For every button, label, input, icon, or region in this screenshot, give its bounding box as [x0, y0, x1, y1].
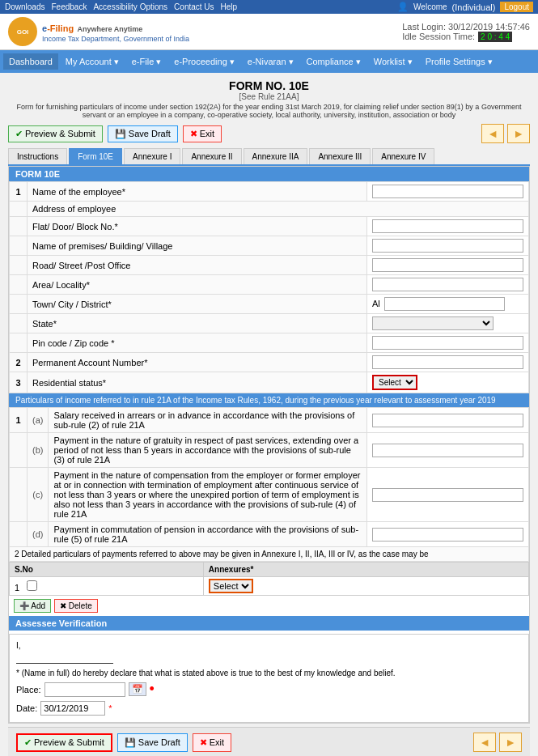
address-label: Address of employee — [28, 202, 529, 217]
nav-worklist[interactable]: Worklist ▾ — [368, 53, 418, 70]
form-tabs: Instructions Form 10E Annexure I Annexur… — [8, 148, 530, 166]
name-input-cell — [367, 182, 529, 202]
top-bar: Downloads Feedback Accessibility Options… — [0, 0, 538, 14]
logo-filing: -Filing — [47, 23, 74, 33]
table-row: 1 Name of the employee* — [10, 182, 529, 202]
row-number-flat — [10, 217, 28, 236]
flat-input[interactable] — [372, 219, 523, 233]
place-input[interactable] — [44, 682, 125, 697]
prev-button-bottom[interactable]: ◄ — [473, 733, 496, 752]
delete-button[interactable]: ✖ Delete — [54, 599, 98, 613]
tab-annexure2a[interactable]: Annexure IIA — [244, 148, 308, 164]
accessibility-link[interactable]: Accessibility Options — [93, 2, 167, 11]
name-label: Name of the employee* — [28, 182, 367, 202]
road-label: Road/ Street /Post Office — [28, 256, 367, 275]
date-input[interactable] — [40, 701, 105, 716]
area-input[interactable] — [372, 278, 523, 291]
nav-efile[interactable]: e-File ▾ — [126, 53, 167, 70]
annexure-select[interactable]: Select — [209, 579, 253, 593]
row1d-input[interactable] — [372, 528, 523, 542]
nav-compliance[interactable]: Compliance ▾ — [301, 53, 366, 70]
town-label: Town/ City / District* — [28, 295, 367, 314]
nav-myaccount[interactable]: My Account ▾ — [60, 53, 125, 70]
town-input[interactable] — [384, 297, 506, 311]
exit-icon: ✖ — [190, 129, 197, 139]
nav-profile[interactable]: Profile Settings ▾ — [420, 53, 498, 70]
row-num-1c — [10, 468, 28, 522]
form-header: FORM NO. 10E [See Rule 21AA] Form for fu… — [8, 79, 530, 119]
exit-icon-bottom: ✖ — [200, 737, 207, 748]
help-link[interactable]: Help — [221, 2, 238, 11]
premises-input[interactable] — [372, 239, 523, 253]
pincode-input[interactable] — [372, 336, 523, 350]
row1d-label: Payment in commutation of pension in acc… — [49, 522, 367, 547]
table-row: (d) Payment in commutation of pension in… — [10, 522, 529, 547]
nav-eproceeding[interactable]: e-Proceeding ▾ — [168, 53, 240, 70]
declare-text: * (Name in full) do hereby declare that … — [16, 669, 522, 677]
tab-annexure2[interactable]: Annexure II — [182, 148, 241, 164]
save-draft-button-bottom[interactable]: 💾 Save Draft — [117, 733, 188, 752]
logo-dept: Income Tax Department, Government of Ind… — [42, 35, 189, 43]
tab-annexure4[interactable]: Annexure IV — [372, 148, 434, 164]
logout-button[interactable]: Logout — [500, 2, 533, 12]
residential-select[interactable]: Select — [372, 375, 417, 390]
contact-link[interactable]: Contact Us — [174, 2, 214, 11]
form-title: FORM NO. 10E — [8, 79, 530, 92]
row1a-input[interactable] — [372, 414, 523, 427]
pan-input[interactable] — [372, 355, 523, 369]
state-select[interactable] — [372, 316, 494, 330]
logo-tagline: Anywhere Anytime — [78, 25, 143, 33]
annexure-table: S.No Annexures* 1 Select — [9, 562, 529, 596]
prev-button-top[interactable]: ◄ — [481, 124, 504, 143]
calendar-button[interactable]: 📅 — [129, 682, 146, 696]
exit-button-bottom[interactable]: ✖ Exit — [193, 733, 231, 752]
session-timer: 2 0 : 4 4 — [478, 32, 512, 42]
row1c-input[interactable] — [372, 488, 523, 502]
row-number-pin — [10, 333, 28, 353]
top-bar-links: Downloads Feedback Accessibility Options… — [5, 2, 237, 11]
road-input[interactable] — [372, 258, 523, 272]
tab-annexure3[interactable]: Annexure III — [309, 148, 371, 164]
bottom-buttons-left: ✔ Preview & Submit 💾 Save Draft ✖ Exit — [16, 733, 231, 752]
name-input[interactable] — [372, 185, 523, 198]
user-type: (Individual) — [452, 2, 496, 12]
exit-button-top[interactable]: ✖ Exit — [183, 125, 222, 142]
road-input-cell — [367, 256, 529, 275]
town-input-cell: Al — [367, 295, 529, 314]
town-prefix: Al — [372, 299, 380, 308]
name-full-input[interactable] — [16, 652, 113, 664]
flat-label: Flat/ Door/ Block No.* — [28, 217, 367, 236]
next-button-bottom[interactable]: ► — [499, 733, 522, 752]
row1b-input[interactable] — [372, 444, 523, 457]
row1c-input-cell — [367, 468, 529, 522]
verification-section: I, * (Name in full) do hereby declare th… — [9, 634, 529, 723]
feedback-link[interactable]: Feedback — [51, 2, 87, 11]
tab-instructions[interactable]: Instructions — [8, 148, 67, 164]
action-buttons-top: ✔ Preview & Submit 💾 Save Draft ✖ Exit ◄… — [8, 124, 530, 143]
tab-form10e[interactable]: Form 10E — [69, 148, 122, 164]
row-number-pan: 2 — [10, 353, 28, 372]
add-button[interactable]: ➕ Add — [14, 599, 51, 613]
table-row: 3 Residential status* Select — [10, 372, 529, 393]
premises-label: Name of premises/ Building/ Village — [28, 236, 367, 256]
row-number-town — [10, 295, 28, 314]
save-draft-button-top[interactable]: 💾 Save Draft — [108, 125, 178, 142]
add-delete-buttons: ➕ Add ✖ Delete — [9, 596, 529, 616]
area-label: Area/ Locality* — [28, 275, 367, 295]
preview-submit-button-top[interactable]: ✔ Preview & Submit — [8, 125, 103, 142]
preview-submit-button-bottom[interactable]: ✔ Preview & Submit — [16, 733, 112, 752]
next-button-top[interactable]: ► — [507, 124, 530, 143]
nav-enivaran[interactable]: e-Nivaran ▾ — [242, 53, 299, 70]
row-number-road — [10, 256, 28, 275]
pincode-label: Pin code / Zip code * — [28, 333, 367, 353]
row1b-label: Payment in the nature of gratuity in res… — [49, 433, 367, 468]
section-header: FORM 10E — [9, 167, 529, 181]
table-row: State* — [10, 314, 529, 333]
tab-annexure1[interactable]: Annexure I — [124, 148, 180, 164]
flat-input-cell — [367, 217, 529, 236]
annexure-checkbox[interactable] — [27, 580, 37, 591]
nav-dashboard[interactable]: Dashboard — [3, 53, 58, 70]
pan-input-cell — [367, 353, 529, 372]
downloads-link[interactable]: Downloads — [5, 2, 44, 11]
logo-area: GOI e-Filing Anywhere Anytime Income Tax… — [8, 17, 189, 46]
